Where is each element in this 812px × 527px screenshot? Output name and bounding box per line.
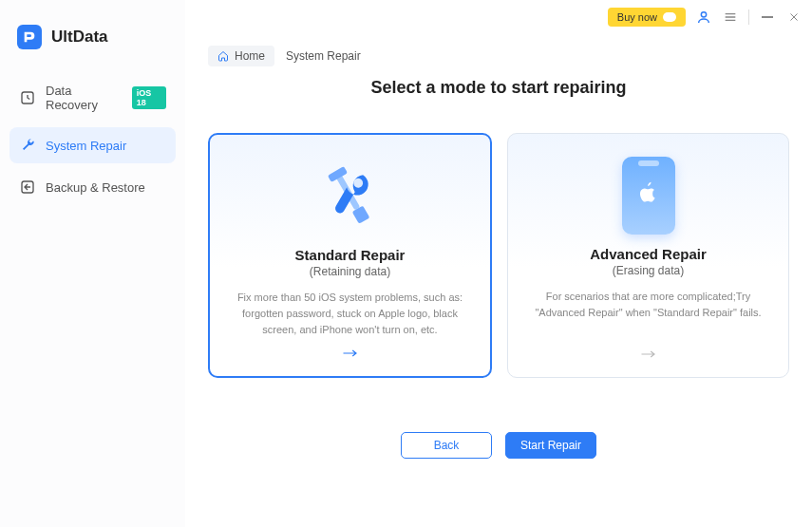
- sidebar-item-data-recovery[interactable]: Data Recovery iOS 18: [9, 74, 176, 122]
- sidebar-item-label: Data Recovery: [46, 84, 123, 112]
- sidebar-item-label: System Repair: [46, 139, 126, 153]
- sidebar: UltData Data Recovery iOS 18 System Repa…: [0, 0, 185, 527]
- start-repair-button-label: Start Repair: [520, 439, 581, 452]
- backup-icon: [19, 179, 36, 196]
- breadcrumb-home-label: Home: [235, 49, 265, 63]
- user-icon[interactable]: [695, 9, 712, 26]
- app-name: UltData: [51, 28, 108, 47]
- sidebar-item-backup-restore[interactable]: Backup & Restore: [9, 169, 176, 205]
- app-logo: UltData: [9, 19, 176, 68]
- tools-icon: [227, 156, 473, 237]
- card-title: Standard Repair: [227, 247, 473, 263]
- breadcrumb-current: System Repair: [286, 49, 361, 63]
- back-button-label: Back: [434, 439, 460, 452]
- mode-cards: Standard Repair (Retaining data) Fix mor…: [208, 133, 789, 378]
- arrow-right-icon: [227, 346, 473, 363]
- sidebar-item-system-repair[interactable]: System Repair: [9, 127, 176, 163]
- breadcrumb: Home System Repair: [208, 46, 361, 66]
- buy-now-button[interactable]: Buy now: [608, 8, 686, 27]
- divider: [748, 9, 749, 25]
- svg-point-2: [701, 12, 706, 17]
- close-button[interactable]: [785, 9, 803, 26]
- menu-icon[interactable]: [722, 9, 739, 26]
- buy-now-label: Buy now: [617, 11, 657, 23]
- logo-icon: [17, 25, 42, 49]
- breadcrumb-home[interactable]: Home: [208, 46, 274, 66]
- cloud-icon: [663, 12, 676, 22]
- app-window: UltData Data Recovery iOS 18 System Repa…: [0, 0, 812, 527]
- wrench-icon: [19, 137, 36, 154]
- footer-buttons: Back Start Repair: [185, 432, 812, 459]
- card-advanced-repair[interactable]: Advanced Repair (Erasing data) For scena…: [507, 133, 789, 378]
- page-title: Select a mode to start repairing: [185, 78, 812, 98]
- start-repair-button[interactable]: Start Repair: [505, 432, 596, 459]
- sidebar-item-label: Backup & Restore: [46, 180, 145, 195]
- card-standard-repair[interactable]: Standard Repair (Retaining data) Fix mor…: [208, 133, 492, 378]
- main-content: Buy now Home System Repair Select a mode…: [185, 0, 812, 527]
- card-subtitle: (Erasing data): [525, 264, 771, 277]
- arrow-right-icon: [525, 347, 771, 364]
- titlebar: Buy now: [608, 8, 803, 27]
- card-title: Advanced Repair: [525, 246, 771, 262]
- back-button[interactable]: Back: [401, 432, 492, 459]
- minimize-button[interactable]: [759, 9, 776, 26]
- phone-icon: [525, 155, 771, 236]
- card-description: Fix more than 50 iOS system problems, su…: [227, 290, 473, 338]
- data-recovery-icon: [19, 89, 36, 106]
- ios-badge: iOS 18: [132, 86, 166, 109]
- card-description: For scenarios that are more complicated;…: [525, 289, 771, 339]
- card-subtitle: (Retaining data): [227, 265, 473, 278]
